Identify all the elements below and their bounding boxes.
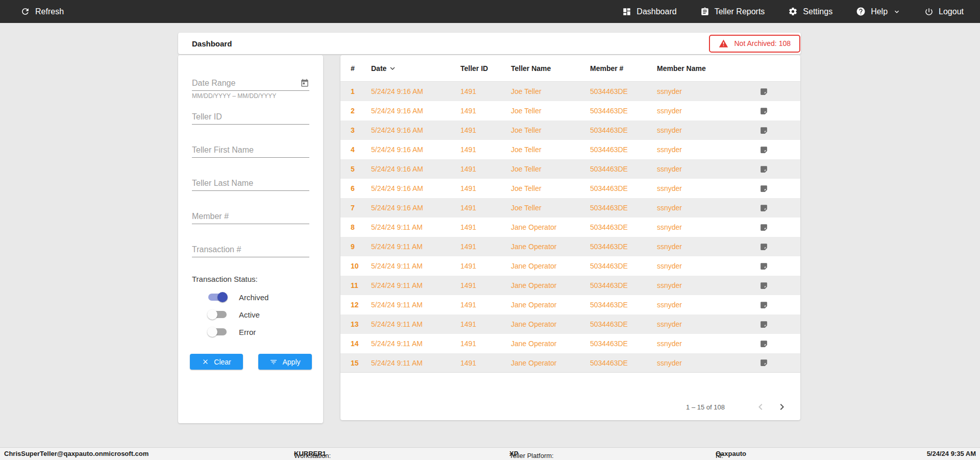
member-number-cell: 5034463DE: [590, 184, 657, 192]
member-number-cell: 5034463DE: [590, 223, 657, 231]
date-cell: 5/24/24 9:16 AM: [371, 204, 460, 212]
calendar-button[interactable]: [300, 79, 309, 88]
date-cell: 5/24/24 9:16 AM: [371, 146, 460, 154]
table-row[interactable]: 2 5/24/24 9:16 AM 1491 Joe Teller 503446…: [340, 101, 800, 120]
teller-id-cell: 1491: [460, 340, 511, 348]
teller-last-name-input[interactable]: [192, 176, 309, 190]
table-row[interactable]: 1 5/24/24 9:16 AM 1491 Joe Teller 503446…: [340, 82, 800, 101]
row-number-cell: 10: [351, 262, 371, 270]
date-cell: 5/24/24 9:16 AM: [371, 126, 460, 134]
date-cell: 5/24/24 9:11 AM: [371, 340, 460, 348]
teller-first-name-input[interactable]: [192, 142, 309, 157]
member-name-cell: ssnyder: [657, 165, 753, 173]
member-name-cell: ssnyder: [657, 87, 753, 95]
table-row[interactable]: 9 5/24/24 9:11 AM 1491 Jane Operator 503…: [340, 237, 800, 256]
column-header-date-label: Date: [371, 64, 386, 72]
toggle-active[interactable]: Active: [208, 308, 260, 321]
note-icon[interactable]: [753, 243, 774, 251]
note-icon[interactable]: [753, 146, 774, 154]
chevron-right-icon: [776, 401, 788, 413]
teller-id-cell: 1491: [460, 204, 511, 212]
member-number-cell: 5034463DE: [590, 340, 657, 348]
row-number-cell: 4: [351, 146, 371, 154]
note-icon[interactable]: [753, 281, 774, 290]
row-number-cell: 1: [351, 87, 371, 95]
table-row[interactable]: 4 5/24/24 9:16 AM 1491 Joe Teller 503446…: [340, 140, 800, 159]
error-switch[interactable]: [208, 328, 227, 335]
table-row[interactable]: 15 5/24/24 9:11 AM 1491 Jane Operator 50…: [340, 353, 800, 373]
teller-id-cell: 1491: [460, 281, 511, 289]
date-cell: 5/24/24 9:11 AM: [371, 359, 460, 367]
note-icon[interactable]: [753, 340, 774, 348]
note-icon[interactable]: [753, 262, 774, 271]
teller-id-input[interactable]: [192, 109, 309, 124]
top-nav-bar: Refresh Dashboard Teller Reports Setting…: [0, 0, 980, 23]
transaction-status-label: Transaction Status:: [192, 274, 258, 284]
error-toggle-label: Error: [239, 328, 256, 336]
row-number-cell: 8: [351, 223, 371, 231]
table-row[interactable]: 3 5/24/24 9:16 AM 1491 Joe Teller 503446…: [340, 120, 800, 140]
date-range-input[interactable]: [192, 76, 309, 90]
date-cell: 5/24/24 9:11 AM: [371, 223, 460, 231]
note-icon[interactable]: [753, 126, 774, 135]
pagination-range-label: 1 – 15 of 108: [686, 403, 725, 411]
teller-id-cell: 1491: [460, 87, 511, 95]
archived-toggle-label: Archived: [239, 293, 268, 302]
table-header-row: # Date Teller ID Teller Name Member # Me…: [340, 55, 800, 82]
teller-id-cell: 1491: [460, 223, 511, 231]
clear-button[interactable]: Clear: [190, 354, 243, 370]
member-number-input[interactable]: [192, 209, 309, 224]
refresh-button[interactable]: Refresh: [20, 7, 64, 16]
column-header-teller-id: Teller ID: [460, 64, 511, 72]
table-row[interactable]: 12 5/24/24 9:11 AM 1491 Jane Operator 50…: [340, 295, 800, 314]
table-row[interactable]: 13 5/24/24 9:11 AM 1491 Jane Operator 50…: [340, 314, 800, 334]
apply-button-label: Apply: [282, 358, 300, 366]
note-icon[interactable]: [753, 301, 774, 309]
status-bar: ChrisSuperTeller@qaxpauto.onmicrosoft.co…: [0, 447, 980, 460]
not-archived-badge: Not Archived: 108: [709, 35, 800, 53]
calendar-icon: [300, 79, 309, 88]
teller-id-cell: 1491: [460, 243, 511, 251]
table-row[interactable]: 7 5/24/24 9:16 AM 1491 Joe Teller 503446…: [340, 198, 800, 217]
note-icon[interactable]: [753, 165, 774, 174]
page-title: Dashboard: [192, 39, 232, 48]
column-header-date[interactable]: Date: [371, 64, 460, 73]
member-number-cell: 5034463DE: [590, 359, 657, 367]
note-icon[interactable]: [753, 320, 774, 329]
nav-dashboard[interactable]: Dashboard: [622, 7, 676, 16]
dashboard-header-card: Dashboard Not Archived: 108: [178, 33, 801, 54]
table-row[interactable]: 6 5/24/24 9:16 AM 1491 Joe Teller 503446…: [340, 179, 800, 198]
note-icon[interactable]: [753, 184, 774, 193]
nav-help[interactable]: Help: [856, 7, 901, 16]
note-icon[interactable]: [753, 358, 774, 367]
teller-id-cell: 1491: [460, 146, 511, 154]
teller-id-cell: 1491: [460, 262, 511, 270]
member-name-cell: ssnyder: [657, 146, 753, 154]
nav-teller-reports[interactable]: Teller Reports: [700, 7, 765, 16]
note-icon[interactable]: [753, 87, 774, 96]
toggle-archived[interactable]: Archived: [208, 291, 268, 303]
not-archived-badge-label: Not Archived: 108: [734, 39, 791, 47]
note-icon[interactable]: [753, 223, 774, 232]
teller-id-cell: 1491: [460, 126, 511, 134]
toggle-error[interactable]: Error: [208, 326, 256, 338]
member-number-field: [192, 209, 309, 224]
note-icon[interactable]: [753, 204, 774, 212]
apply-button[interactable]: Apply: [258, 354, 312, 370]
table-row[interactable]: 11 5/24/24 9:11 AM 1491 Jane Operator 50…: [340, 276, 800, 295]
table-row[interactable]: 8 5/24/24 9:11 AM 1491 Jane Operator 503…: [340, 217, 800, 237]
table-row[interactable]: 5 5/24/24 9:16 AM 1491 Joe Teller 503446…: [340, 159, 800, 179]
note-icon[interactable]: [753, 107, 774, 115]
table-row[interactable]: 10 5/24/24 9:11 AM 1491 Jane Operator 50…: [340, 256, 800, 276]
nav-logout[interactable]: Logout: [924, 7, 964, 16]
table-row[interactable]: 14 5/24/24 9:11 AM 1491 Jane Operator 50…: [340, 334, 800, 353]
teller-id-cell: 1491: [460, 165, 511, 173]
transaction-number-input[interactable]: [192, 242, 309, 257]
row-number-cell: 14: [351, 340, 371, 348]
next-page-button[interactable]: [776, 401, 788, 413]
active-switch[interactable]: [208, 311, 227, 318]
nav-settings[interactable]: Settings: [788, 7, 832, 16]
archived-switch[interactable]: [208, 294, 227, 301]
date-range-field: [192, 76, 309, 91]
nav-teller-reports-label: Teller Reports: [715, 7, 765, 16]
